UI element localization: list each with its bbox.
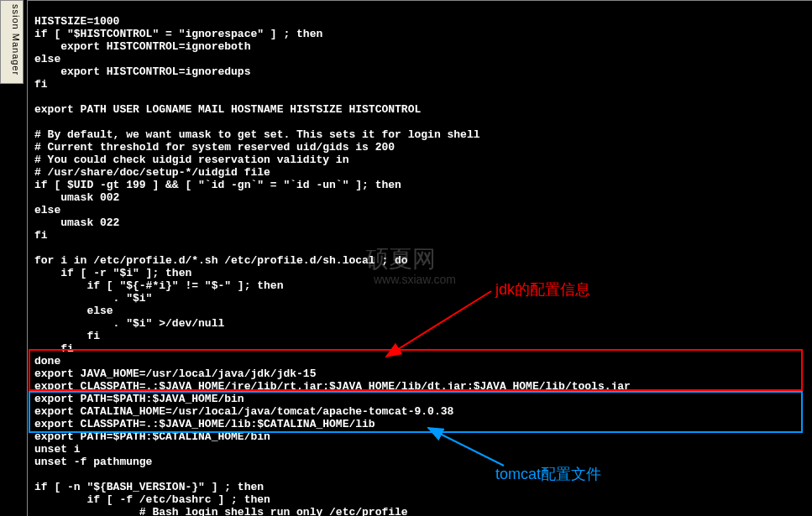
terminal-line: fi xyxy=(34,78,805,91)
terminal-line: # You could check uidgid reservation val… xyxy=(34,154,805,166)
terminal-line: if [ "$HISTCONTROL" = "ignorespace" ] ; … xyxy=(34,28,805,40)
terminal-line: if [ -f /etc/bashrc ] ; then xyxy=(34,493,805,506)
terminal-line xyxy=(34,116,805,128)
terminal-line: export HISTCONTROL=ignoredups xyxy=(34,65,805,78)
terminal-line: if [ -r "$i" ]; then xyxy=(34,267,805,279)
terminal-line: fi xyxy=(34,330,805,342)
terminal-content[interactable]: HISTSIZE=1000if [ "$HISTCONTROL" = "igno… xyxy=(27,0,812,516)
terminal-line: umask 022 xyxy=(34,216,805,229)
terminal-line: export HISTCONTROL=ignoreboth xyxy=(34,40,805,53)
tomcat-annotation-label: tomcat配置文件 xyxy=(495,464,601,484)
terminal-line: # /usr/share/doc/setup-*/uidgid file xyxy=(34,166,805,179)
terminal-line: # Current threshold for system reserved … xyxy=(34,141,805,154)
jdk-annotation-label: jdk的配置信息 xyxy=(495,279,590,300)
terminal-line: # Bash login shells run only /etc/profil… xyxy=(34,506,805,516)
terminal-line: export CLASSPATH=.:$JAVA_HOME/jre/lib/rt… xyxy=(34,380,805,393)
terminal-line: . "$i" xyxy=(34,292,805,305)
session-manager-label: ssion Manager xyxy=(11,4,21,76)
terminal-line: fi xyxy=(34,229,805,242)
terminal-line: unset i xyxy=(34,443,805,456)
terminal-line: if [ $UID -gt 199 ] && [ "`id -gn`" = "`… xyxy=(34,179,805,191)
terminal-line: else xyxy=(34,204,805,216)
terminal-line: export CATALINA_HOME=/usr/local/java/tom… xyxy=(34,405,805,418)
terminal-line: export JAVA_HOME=/usr/local/java/jdk/jdk… xyxy=(34,367,805,380)
terminal-line: fi xyxy=(34,342,805,355)
terminal-line xyxy=(34,242,805,254)
terminal-line: export PATH=$PATH:$CATALINA_HOME/bin xyxy=(34,430,805,443)
terminal-line: # By default, we want umask to get set. … xyxy=(34,128,805,141)
terminal-line: export PATH USER LOGNAME MAIL HOSTNAME H… xyxy=(34,103,805,116)
terminal-line: for i in /etc/profile.d/*.sh /etc/profil… xyxy=(34,254,805,267)
session-manager-tab[interactable]: ssion Manager xyxy=(0,0,24,84)
terminal-line: HISTSIZE=1000 xyxy=(34,15,805,28)
terminal-line: if [ -n "${BASH_VERSION-}" ] ; then xyxy=(34,481,805,493)
terminal-line: unset -f pathmunge xyxy=(34,456,805,468)
terminal-line xyxy=(34,91,805,103)
terminal-line: if [ "${-#*i}" != "$-" ]; then xyxy=(34,279,805,292)
terminal-line: else xyxy=(34,53,805,65)
terminal-line: export CLASSPATH=.:$JAVA_HOME/lib:$CATAL… xyxy=(34,418,805,430)
terminal-line: umask 002 xyxy=(34,191,805,204)
terminal-line: . "$i" >/dev/null xyxy=(34,317,805,330)
terminal-line: done xyxy=(34,355,805,367)
terminal-line: export PATH=$PATH:$JAVA_HOME/bin xyxy=(34,393,805,405)
terminal-line: else xyxy=(34,305,805,317)
terminal-line xyxy=(34,468,805,481)
